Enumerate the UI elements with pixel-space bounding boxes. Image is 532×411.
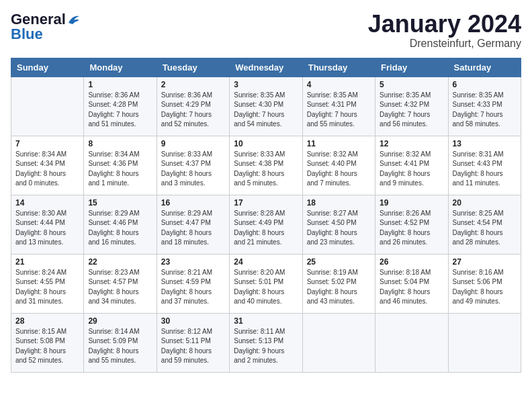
day-info: Sunrise: 8:35 AM Sunset: 4:33 PM Dayligh… bbox=[453, 91, 517, 130]
calendar-cell: 28Sunrise: 8:15 AM Sunset: 5:08 PM Dayli… bbox=[11, 313, 84, 372]
day-info: Sunrise: 8:26 AM Sunset: 4:52 PM Dayligh… bbox=[380, 209, 443, 248]
day-number: 30 bbox=[161, 316, 225, 326]
day-number: 17 bbox=[234, 198, 298, 208]
day-number: 25 bbox=[307, 257, 371, 267]
day-number: 11 bbox=[307, 139, 371, 148]
day-number: 19 bbox=[380, 198, 443, 208]
day-number: 20 bbox=[453, 198, 517, 208]
calendar-cell: 31Sunrise: 8:11 AM Sunset: 5:13 PM Dayli… bbox=[230, 313, 302, 372]
calendar-cell: 25Sunrise: 8:19 AM Sunset: 5:02 PM Dayli… bbox=[302, 254, 375, 313]
calendar-week-5: 28Sunrise: 8:15 AM Sunset: 5:08 PM Dayli… bbox=[11, 313, 521, 372]
day-info: Sunrise: 8:32 AM Sunset: 4:40 PM Dayligh… bbox=[307, 150, 371, 189]
day-info: Sunrise: 8:34 AM Sunset: 4:34 PM Dayligh… bbox=[15, 150, 79, 189]
day-info: Sunrise: 8:11 AM Sunset: 5:13 PM Dayligh… bbox=[234, 327, 298, 366]
calendar-cell: 27Sunrise: 8:16 AM Sunset: 5:06 PM Dayli… bbox=[448, 254, 521, 313]
day-info: Sunrise: 8:30 AM Sunset: 4:44 PM Dayligh… bbox=[15, 209, 79, 248]
day-number: 9 bbox=[161, 139, 225, 148]
calendar-cell: 30Sunrise: 8:12 AM Sunset: 5:11 PM Dayli… bbox=[157, 313, 229, 372]
calendar-week-3: 14Sunrise: 8:30 AM Sunset: 4:44 PM Dayli… bbox=[11, 195, 521, 254]
calendar-cell: 23Sunrise: 8:21 AM Sunset: 4:59 PM Dayli… bbox=[157, 254, 229, 313]
weekday-header-tuesday: Tuesday bbox=[157, 58, 229, 77]
day-info: Sunrise: 8:29 AM Sunset: 4:47 PM Dayligh… bbox=[161, 209, 225, 248]
month-title: January 2024 bbox=[368, 11, 521, 38]
location: Drensteinfurt, Germany bbox=[368, 38, 521, 50]
calendar-cell: 1Sunrise: 8:36 AM Sunset: 4:28 PM Daylig… bbox=[84, 77, 157, 136]
day-number: 26 bbox=[380, 257, 443, 267]
calendar-cell: 10Sunrise: 8:33 AM Sunset: 4:38 PM Dayli… bbox=[230, 136, 302, 195]
day-number: 14 bbox=[15, 198, 79, 208]
day-info: Sunrise: 8:34 AM Sunset: 4:36 PM Dayligh… bbox=[88, 150, 152, 189]
day-info: Sunrise: 8:27 AM Sunset: 4:50 PM Dayligh… bbox=[307, 209, 371, 248]
calendar-week-2: 7Sunrise: 8:34 AM Sunset: 4:34 PM Daylig… bbox=[11, 136, 521, 195]
day-info: Sunrise: 8:25 AM Sunset: 4:54 PM Dayligh… bbox=[453, 209, 517, 248]
calendar-cell: 19Sunrise: 8:26 AM Sunset: 4:52 PM Dayli… bbox=[375, 195, 448, 254]
day-number: 23 bbox=[161, 257, 225, 267]
weekday-header-friday: Friday bbox=[375, 58, 448, 77]
calendar-week-1: 1Sunrise: 8:36 AM Sunset: 4:28 PM Daylig… bbox=[11, 77, 521, 136]
day-number: 2 bbox=[161, 80, 225, 89]
day-number: 29 bbox=[88, 316, 152, 326]
day-info: Sunrise: 8:36 AM Sunset: 4:28 PM Dayligh… bbox=[88, 91, 152, 130]
logo: General Blue bbox=[11, 11, 81, 43]
day-number: 18 bbox=[307, 198, 371, 208]
day-number: 10 bbox=[234, 139, 298, 148]
calendar-cell: 22Sunrise: 8:23 AM Sunset: 4:57 PM Dayli… bbox=[84, 254, 157, 313]
day-info: Sunrise: 8:15 AM Sunset: 5:08 PM Dayligh… bbox=[15, 327, 79, 366]
calendar-week-4: 21Sunrise: 8:24 AM Sunset: 4:55 PM Dayli… bbox=[11, 254, 521, 313]
day-number: 6 bbox=[453, 80, 517, 89]
day-info: Sunrise: 8:19 AM Sunset: 5:02 PM Dayligh… bbox=[307, 268, 371, 307]
calendar-cell: 11Sunrise: 8:32 AM Sunset: 4:40 PM Dayli… bbox=[302, 136, 375, 195]
calendar-cell: 7Sunrise: 8:34 AM Sunset: 4:34 PM Daylig… bbox=[11, 136, 84, 195]
calendar-cell: 5Sunrise: 8:35 AM Sunset: 4:32 PM Daylig… bbox=[375, 77, 448, 136]
day-number: 4 bbox=[307, 80, 371, 89]
calendar-cell: 29Sunrise: 8:14 AM Sunset: 5:09 PM Dayli… bbox=[84, 313, 157, 372]
day-number: 3 bbox=[234, 80, 298, 89]
weekday-header-row: SundayMondayTuesdayWednesdayThursdayFrid… bbox=[11, 58, 521, 77]
day-number: 1 bbox=[88, 80, 152, 89]
calendar-cell: 15Sunrise: 8:29 AM Sunset: 4:46 PM Dayli… bbox=[84, 195, 157, 254]
calendar-cell: 8Sunrise: 8:34 AM Sunset: 4:36 PM Daylig… bbox=[84, 136, 157, 195]
day-number: 21 bbox=[15, 257, 79, 267]
day-info: Sunrise: 8:31 AM Sunset: 4:43 PM Dayligh… bbox=[453, 150, 517, 189]
day-number: 16 bbox=[161, 198, 225, 208]
day-number: 28 bbox=[15, 316, 79, 326]
weekday-header-thursday: Thursday bbox=[302, 58, 375, 77]
day-number: 8 bbox=[88, 139, 152, 148]
day-info: Sunrise: 8:23 AM Sunset: 4:57 PM Dayligh… bbox=[88, 268, 152, 307]
weekday-header-saturday: Saturday bbox=[448, 58, 521, 77]
calendar-cell: 4Sunrise: 8:35 AM Sunset: 4:31 PM Daylig… bbox=[302, 77, 375, 136]
weekday-header-sunday: Sunday bbox=[11, 58, 84, 77]
calendar-cell: 21Sunrise: 8:24 AM Sunset: 4:55 PM Dayli… bbox=[11, 254, 84, 313]
calendar-cell bbox=[302, 313, 375, 372]
day-info: Sunrise: 8:35 AM Sunset: 4:32 PM Dayligh… bbox=[380, 91, 443, 130]
page-header: General Blue January 2024 Drensteinfurt,… bbox=[11, 11, 521, 50]
calendar-cell: 3Sunrise: 8:35 AM Sunset: 4:30 PM Daylig… bbox=[230, 77, 302, 136]
calendar-cell: 16Sunrise: 8:29 AM Sunset: 4:47 PM Dayli… bbox=[157, 195, 229, 254]
day-number: 15 bbox=[88, 198, 152, 208]
calendar-cell: 17Sunrise: 8:28 AM Sunset: 4:49 PM Dayli… bbox=[230, 195, 302, 254]
day-info: Sunrise: 8:12 AM Sunset: 5:11 PM Dayligh… bbox=[161, 327, 225, 366]
day-number: 31 bbox=[234, 316, 298, 326]
day-number: 24 bbox=[234, 257, 298, 267]
day-info: Sunrise: 8:18 AM Sunset: 5:04 PM Dayligh… bbox=[380, 268, 443, 307]
day-info: Sunrise: 8:32 AM Sunset: 4:41 PM Dayligh… bbox=[380, 150, 443, 189]
calendar-cell: 13Sunrise: 8:31 AM Sunset: 4:43 PM Dayli… bbox=[448, 136, 521, 195]
day-number: 12 bbox=[380, 139, 443, 148]
day-info: Sunrise: 8:29 AM Sunset: 4:46 PM Dayligh… bbox=[88, 209, 152, 248]
day-number: 27 bbox=[453, 257, 517, 267]
day-info: Sunrise: 8:28 AM Sunset: 4:49 PM Dayligh… bbox=[234, 209, 298, 248]
calendar-cell: 20Sunrise: 8:25 AM Sunset: 4:54 PM Dayli… bbox=[448, 195, 521, 254]
day-info: Sunrise: 8:24 AM Sunset: 4:55 PM Dayligh… bbox=[15, 268, 79, 307]
calendar-cell bbox=[11, 77, 84, 136]
calendar-cell: 12Sunrise: 8:32 AM Sunset: 4:41 PM Dayli… bbox=[375, 136, 448, 195]
calendar-cell: 24Sunrise: 8:20 AM Sunset: 5:01 PM Dayli… bbox=[230, 254, 302, 313]
title-block: January 2024 Drensteinfurt, Germany bbox=[368, 11, 521, 50]
day-info: Sunrise: 8:20 AM Sunset: 5:01 PM Dayligh… bbox=[234, 268, 298, 307]
calendar-cell: 14Sunrise: 8:30 AM Sunset: 4:44 PM Dayli… bbox=[11, 195, 84, 254]
day-number: 13 bbox=[453, 139, 517, 148]
day-info: Sunrise: 8:33 AM Sunset: 4:37 PM Dayligh… bbox=[161, 150, 225, 189]
day-info: Sunrise: 8:36 AM Sunset: 4:29 PM Dayligh… bbox=[161, 91, 225, 130]
day-info: Sunrise: 8:14 AM Sunset: 5:09 PM Dayligh… bbox=[88, 327, 152, 366]
calendar-cell bbox=[448, 313, 521, 372]
calendar-cell: 18Sunrise: 8:27 AM Sunset: 4:50 PM Dayli… bbox=[302, 195, 375, 254]
